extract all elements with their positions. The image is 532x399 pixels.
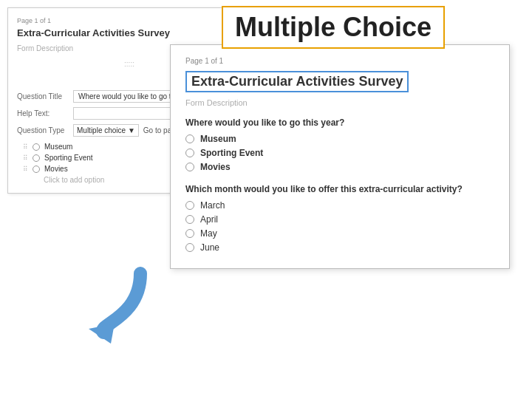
fg-option-row: Movies [185,162,494,172]
fg-form-desc: Form Description [185,98,494,107]
multiple-choice-heading: Multiple Choice [222,6,445,49]
radio-movies-fg [185,163,194,171]
question-type-select[interactable]: Multiple choice ▼ [73,124,139,137]
fg-option-row: Sporting Event [185,148,494,158]
radio-museum-fg [185,134,194,143]
option-movies-label: Movies [44,165,68,173]
radio-march [185,201,194,210]
radio-april [185,215,194,224]
bg-form-title: Extra-Curricular Activities Survey [17,27,242,38]
fg-june-label: June [200,242,219,253]
fg-april-label: April [200,214,218,225]
arrow-icon [81,259,170,347]
option-sporting-label: Sporting Event [44,154,93,162]
radio-movies [33,166,40,173]
radio-sporting [33,154,40,162]
fg-question1-text: Where would you like to go this year? [185,117,494,128]
fg-march-label: March [200,200,225,211]
fg-form-title: Extra-Curricular Activities Survey [185,71,409,92]
fg-option-row: June [185,242,494,253]
svg-marker-0 [89,324,115,344]
fg-option-row: May [185,228,494,239]
fg-movies-label: Movies [200,162,231,172]
fg-sporting-label: Sporting Event [200,148,263,158]
radio-museum [33,143,40,151]
fg-option-row: Museum [185,134,494,144]
fg-question1: Where would you like to go this year? Mu… [185,117,494,172]
help-text-label: Help Text: [17,109,69,117]
fg-preview-form: Page 1 of 1 Extra-Curricular Activities … [170,44,510,269]
question-type-label: Question Type [17,126,69,134]
fg-museum-label: Museum [200,134,236,144]
arrow-container [81,259,170,347]
fg-option-row: March [185,200,494,211]
fg-option-row: April [185,214,494,225]
radio-sporting-fg [185,149,194,157]
fg-may-label: May [200,228,217,239]
option-museum-label: Museum [44,143,72,151]
bg-page-label: Page 1 of 1 [17,17,242,24]
fg-question2-text: Which month would you like to offer this… [185,184,494,194]
radio-june [185,243,194,252]
radio-may [185,229,194,238]
question-title-label: Question Title [17,92,69,100]
fg-page-label: Page 1 of 1 [185,57,494,65]
